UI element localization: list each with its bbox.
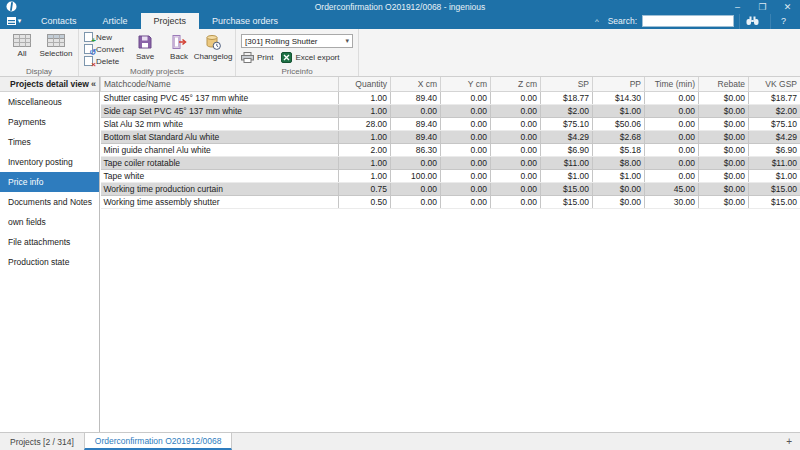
sidebar-item-miscellaneous[interactable]: Miscellaneous — [0, 92, 99, 112]
table-row[interactable]: Working time production curtain0.750.000… — [101, 183, 800, 196]
print-button[interactable]: Print — [241, 52, 273, 63]
table-cell[interactable]: Working time assembly shutter — [101, 196, 339, 209]
table-cell[interactable]: $0.00 — [699, 118, 749, 131]
column-header-x-cm[interactable]: X cm — [391, 77, 441, 92]
close-button[interactable]: ✕ — [775, 0, 800, 13]
table-cell[interactable]: 1.00 — [339, 157, 391, 170]
table-cell[interactable]: $0.00 — [699, 157, 749, 170]
table-cell[interactable]: 0.00 — [645, 157, 699, 170]
new-button[interactable]: + New — [84, 32, 124, 42]
convert-button[interactable]: ↺ Convert — [84, 44, 124, 54]
column-header-sp[interactable]: SP — [541, 77, 593, 92]
table-cell[interactable]: 0.00 — [491, 105, 541, 118]
table-cell[interactable]: 1.00 — [339, 131, 391, 144]
table-cell[interactable]: $4.29 — [749, 131, 800, 144]
table-cell[interactable]: 0.00 — [491, 183, 541, 196]
status-tab-projects-2-314[interactable]: Projects [2 / 314] — [0, 433, 84, 450]
table-cell[interactable]: 0.00 — [441, 118, 491, 131]
table-cell[interactable]: $0.00 — [699, 183, 749, 196]
priceinfo-dropdown[interactable]: [301] Rolling Shutter ▾ — [241, 34, 353, 48]
table-cell[interactable]: $4.29 — [541, 131, 593, 144]
table-cell[interactable]: 30.00 — [645, 196, 699, 209]
table-cell[interactable]: 0.00 — [441, 157, 491, 170]
help-button[interactable]: ? — [770, 14, 796, 29]
save-button[interactable]: Save — [128, 32, 162, 61]
table-cell[interactable]: 0.00 — [441, 105, 491, 118]
table-cell[interactable]: 0.00 — [491, 170, 541, 183]
table-cell[interactable]: $0.00 — [699, 196, 749, 209]
table-row[interactable]: Shutter casing PVC 45° 137 mm white1.008… — [101, 92, 800, 105]
column-header-rebate[interactable]: Rebate — [699, 77, 749, 92]
sidebar-item-price-info[interactable]: Price info — [0, 172, 99, 192]
sidebar-item-own-fields[interactable]: own fields — [0, 212, 99, 232]
table-row[interactable]: Bottom slat Standard Alu white1.0089.400… — [101, 131, 800, 144]
table-cell[interactable]: $0.00 — [699, 105, 749, 118]
table-cell[interactable]: $0.00 — [699, 92, 749, 105]
table-cell[interactable]: $1.00 — [593, 170, 645, 183]
table-cell[interactable]: 89.40 — [391, 131, 441, 144]
table-cell[interactable]: $15.00 — [541, 183, 593, 196]
table-cell[interactable]: $14.30 — [593, 92, 645, 105]
table-cell[interactable]: 28.00 — [339, 118, 391, 131]
table-cell[interactable]: $11.00 — [541, 157, 593, 170]
sidebar-item-production-state[interactable]: Production state — [0, 252, 99, 272]
table-cell[interactable]: $15.00 — [749, 183, 800, 196]
table-cell[interactable]: 0.00 — [391, 183, 441, 196]
table-row[interactable]: Working time assembly shutter0.500.000.0… — [101, 196, 800, 209]
table-cell[interactable]: $15.00 — [749, 196, 800, 209]
table-cell[interactable]: 0.00 — [645, 92, 699, 105]
sidebar-item-documents-and-notes[interactable]: Documents and Notes — [0, 192, 99, 212]
sidebar-item-file-attachments[interactable]: File attachments — [0, 232, 99, 252]
table-cell[interactable]: Tape white — [101, 170, 339, 183]
excel-export-button[interactable]: Excel export — [281, 52, 339, 63]
all-button[interactable]: All — [5, 32, 39, 58]
table-cell[interactable]: $2.68 — [593, 131, 645, 144]
table-cell[interactable]: 0.00 — [491, 118, 541, 131]
table-cell[interactable]: $2.00 — [749, 105, 800, 118]
tab-article[interactable]: Article — [90, 13, 141, 29]
back-button[interactable]: Back — [162, 32, 196, 61]
table-cell[interactable]: $1.00 — [749, 170, 800, 183]
table-cell[interactable]: $1.00 — [541, 170, 593, 183]
minimize-button[interactable]: – — [725, 0, 750, 13]
table-cell[interactable]: 0.00 — [391, 105, 441, 118]
table-cell[interactable]: $1.00 — [593, 105, 645, 118]
table-cell[interactable]: 89.40 — [391, 118, 441, 131]
table-cell[interactable]: $0.00 — [699, 170, 749, 183]
changelog-button[interactable]: Changelog — [196, 32, 230, 61]
table-cell[interactable]: 100.00 — [391, 170, 441, 183]
table-row[interactable]: Tape coiler rotatable1.000.000.000.00$11… — [101, 157, 800, 170]
table-cell[interactable]: 0.00 — [391, 196, 441, 209]
status-tab-orderconfirmation-o201912-0068[interactable]: Orderconfirmation O201912/0068 — [84, 433, 233, 450]
table-cell[interactable]: Mini guide channel Alu white — [101, 144, 339, 157]
table-row[interactable]: Slat Alu 32 mm white28.0089.400.000.00$7… — [101, 118, 800, 131]
table-row[interactable]: Side cap Set PVC 45° 137 mm white1.000.0… — [101, 105, 800, 118]
table-cell[interactable]: 0.00 — [645, 105, 699, 118]
table-cell[interactable]: $18.77 — [541, 92, 593, 105]
table-cell[interactable]: 0.00 — [441, 196, 491, 209]
column-header-quantity[interactable]: Quantity — [339, 77, 391, 92]
maximize-button[interactable]: ❐ — [750, 0, 775, 13]
column-header-vk-gsp[interactable]: VK GSP — [749, 77, 800, 92]
sidebar-item-times[interactable]: Times — [0, 132, 99, 152]
table-cell[interactable]: 0.00 — [645, 170, 699, 183]
table-cell[interactable]: 0.00 — [441, 92, 491, 105]
table-cell[interactable]: 2.00 — [339, 144, 391, 157]
table-cell[interactable]: Slat Alu 32 mm white — [101, 118, 339, 131]
table-cell[interactable]: $11.00 — [749, 157, 800, 170]
selection-button[interactable]: Selection — [39, 32, 73, 58]
table-cell[interactable]: 0.00 — [645, 144, 699, 157]
table-cell[interactable]: $18.77 — [749, 92, 800, 105]
search-binoculars-button[interactable] — [739, 14, 765, 29]
table-cell[interactable]: $2.00 — [541, 105, 593, 118]
table-cell[interactable]: 45.00 — [645, 183, 699, 196]
table-cell[interactable]: Bottom slat Standard Alu white — [101, 131, 339, 144]
table-cell[interactable]: Working time production curtain — [101, 183, 339, 196]
table-cell[interactable]: 0.00 — [441, 131, 491, 144]
table-cell[interactable]: 0.00 — [491, 157, 541, 170]
table-cell[interactable]: 0.00 — [441, 144, 491, 157]
table-cell[interactable]: $8.00 — [593, 157, 645, 170]
column-header-time-min[interactable]: Time (min) — [645, 77, 699, 92]
column-header-pp[interactable]: PP — [593, 77, 645, 92]
column-header-z-cm[interactable]: Z cm — [491, 77, 541, 92]
